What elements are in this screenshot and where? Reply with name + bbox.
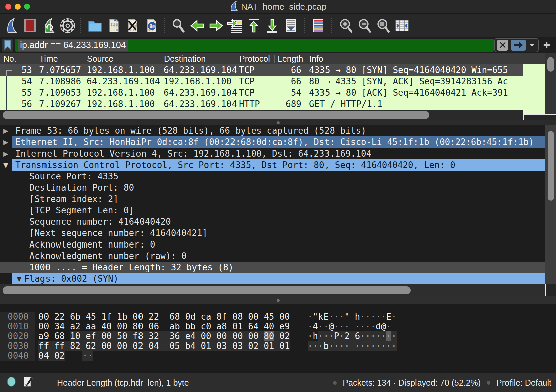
toolbar-separator <box>80 18 82 33</box>
hex-row[interactable]: 001000 34 a2 aa 40 00 80 06 ab bb c0 a8 … <box>0 321 556 331</box>
packet-row[interactable]: 557.109053192.168.1.10064.233.169.104TCP… <box>0 87 523 98</box>
close-file-button[interactable]: 010100110101110 <box>123 16 142 35</box>
collapse-arrow-icon[interactable]: ▼ <box>17 275 22 282</box>
zoom-reset-button[interactable] <box>374 16 393 35</box>
hex-ascii: ·4··@··· ····d@· <box>308 321 392 331</box>
hex-offset: 0020 <box>0 331 31 341</box>
column-header-info[interactable]: Info <box>306 55 545 63</box>
packet-cell: 53 <box>0 65 36 75</box>
pane-splitter-upper[interactable] <box>0 120 556 125</box>
auto-scroll-button[interactable] <box>282 16 300 35</box>
detail-row[interactable]: [Stream index: 2] <box>0 193 545 205</box>
go-back-button[interactable] <box>188 16 207 35</box>
restart-capture-button[interactable] <box>39 16 58 35</box>
detail-row[interactable]: Acknowledgment number (raw): 0 <box>0 250 545 262</box>
hex-bytes: ff ff 82 62 00 00 02 04 05 b4 01 03 03 0… <box>38 341 290 351</box>
hex-bytes: 00 22 6b 45 1f 1b 00 22 68 0d ca 8f 08 0… <box>38 312 290 322</box>
open-file-button[interactable] <box>86 16 104 35</box>
capture-options-button[interactable] <box>58 16 77 35</box>
detail-row[interactable]: ▶Internet Protocol Version 4, Src: 192.1… <box>0 148 545 159</box>
packet-list-vertical-scrollbar[interactable] <box>545 53 556 114</box>
display-filter-input[interactable]: ip.addr == 64.233.169.104 <box>15 39 494 52</box>
expand-arrow-icon[interactable]: ▶ <box>3 136 8 148</box>
find-packet-button[interactable] <box>169 16 188 35</box>
filter-add-button[interactable]: + <box>541 39 553 51</box>
detail-row[interactable]: [TCP Segment Len: 0] <box>0 205 545 216</box>
wireshark-start-capture-button[interactable] <box>2 16 21 35</box>
detail-text: Sequence number: 4164040420 <box>29 217 171 227</box>
detail-row[interactable]: Acknowledgment number: 0 <box>0 239 545 250</box>
detail-row[interactable]: Source Port: 4335 <box>0 171 545 182</box>
packet-details-pane: ▶Frame 53: 66 bytes on wire (528 bits), … <box>0 125 556 284</box>
filter-dropdown-caret[interactable] <box>528 43 536 47</box>
go-to-packet-button[interactable] <box>225 16 244 35</box>
toolbar-separator <box>331 18 333 33</box>
packet-row[interactable]: 547.10898664.233.169.104192.168.1.100TCP… <box>0 76 523 87</box>
expert-info-icon[interactable] <box>7 376 16 389</box>
packet-row[interactable]: 567.109267192.168.1.10064.233.169.104HTT… <box>0 98 523 110</box>
column-header-source[interactable]: Source <box>84 55 161 63</box>
column-header-destination[interactable]: Destination <box>161 55 236 63</box>
filter-clear-button[interactable] <box>497 40 508 51</box>
details-vertical-scrollbar-thumb[interactable] <box>548 131 554 201</box>
packet-row[interactable]: 537.075657192.168.1.10064.233.169.104TCP… <box>0 64 523 76</box>
detail-row[interactable]: Destination Port: 80 <box>0 182 545 193</box>
packet-list-horizontal-scrollbar[interactable] <box>0 110 523 120</box>
packet-list-vertical-scrollbar-thumb[interactable] <box>547 57 554 72</box>
packet-cell: 54 <box>274 88 306 98</box>
go-forward-button[interactable] <box>207 16 225 35</box>
packet-cell: 55 <box>0 88 36 98</box>
expand-arrow-icon[interactable]: ▶ <box>3 125 8 136</box>
details-vertical-scrollbar[interactable] <box>545 125 556 284</box>
expand-arrow-icon[interactable]: ▶ <box>3 148 8 159</box>
packet-cell: 7.109267 <box>36 99 84 109</box>
status-separator-dot <box>487 381 490 385</box>
stop-capture-button[interactable] <box>21 16 39 35</box>
packet-list-horizontal-scrollbar-thumb[interactable] <box>3 111 429 119</box>
hex-bytes: 00 34 a2 aa 40 00 80 06 ab bb c0 a8 01 6… <box>38 321 290 331</box>
packet-cell: TCP <box>236 88 274 98</box>
pane-splitter-lower[interactable] <box>0 296 556 304</box>
detail-row[interactable]: Sequence number: 4164040420 <box>0 216 545 227</box>
profile-status[interactable]: Profile: Default <box>496 378 551 388</box>
detail-text: [Next sequence number: 4164040421] <box>29 228 207 238</box>
resize-columns-button[interactable] <box>393 16 411 35</box>
reload-file-button[interactable]: 010100110101110 <box>142 16 161 35</box>
detail-text: [TCP Segment Len: 0] <box>29 205 134 215</box>
column-header-length[interactable]: Length <box>274 55 306 63</box>
toolbar-separator <box>304 18 306 33</box>
detail-text: Flags: 0x002 (SYN) <box>24 274 119 284</box>
collapse-arrow-icon[interactable]: ▼ <box>3 159 8 171</box>
detail-row[interactable]: ▼Flags: 0x002 (SYN) <box>0 273 545 284</box>
filter-apply-button[interactable] <box>511 40 526 51</box>
detail-row[interactable]: ▼Transmission Control Protocol, Src Port… <box>0 159 545 171</box>
detail-text: [Stream index: 2] <box>29 194 118 204</box>
zoom-in-button[interactable] <box>337 16 355 35</box>
packet-list-header[interactable]: No.TimeSourceDestinationProtocolLengthIn… <box>0 53 545 64</box>
go-last-packet-button[interactable] <box>263 16 282 35</box>
detail-row[interactable]: ▶Frame 53: 66 bytes on wire (528 bits), … <box>0 125 545 136</box>
zoom-out-button[interactable] <box>355 16 374 35</box>
save-file-button[interactable]: 010100110101110 <box>104 16 123 35</box>
go-first-packet-button[interactable] <box>244 16 263 35</box>
details-horizontal-scrollbar-thumb[interactable] <box>3 286 411 294</box>
colorize-packets-button[interactable] <box>309 16 328 35</box>
packet-cell: 80 → 4335 [SYN, ACK] Seq=3914283156 Ac <box>306 76 523 86</box>
capture-comment-icon[interactable] <box>23 376 33 389</box>
detail-row[interactable]: ▶Ethernet II, Src: HonHaiPr_0d:ca:8f (00… <box>0 136 545 148</box>
hex-row[interactable]: 004004 02·· <box>0 351 556 360</box>
hex-row[interactable]: 0020a9 68 10 ef 00 50 f8 32 36 e4 00 00 … <box>0 331 556 341</box>
hex-row[interactable]: 000000 22 6b 45 1f 1b 00 22 68 0d ca 8f … <box>0 312 556 321</box>
column-header-time[interactable]: Time <box>36 55 84 63</box>
window-title: NAT_home_side.pcap <box>241 2 326 12</box>
hex-offset: 0040 <box>0 351 31 361</box>
splitter-handle-icon <box>277 121 280 124</box>
column-header-protocol[interactable]: Protocol <box>236 55 274 63</box>
detail-row[interactable]: [Next sequence number: 4164040421] <box>0 227 545 239</box>
column-header-no[interactable]: No. <box>0 55 36 63</box>
detail-row[interactable]: 1000 .... = Header Length: 32 bytes (8) <box>0 262 545 273</box>
details-horizontal-scrollbar[interactable] <box>0 284 545 296</box>
detail-text: Source Port: 4335 <box>29 171 118 181</box>
filter-bookmark-icon[interactable] <box>2 39 13 52</box>
hex-row[interactable]: 0030ff ff 82 62 00 00 02 04 05 b4 01 03 … <box>0 341 556 351</box>
